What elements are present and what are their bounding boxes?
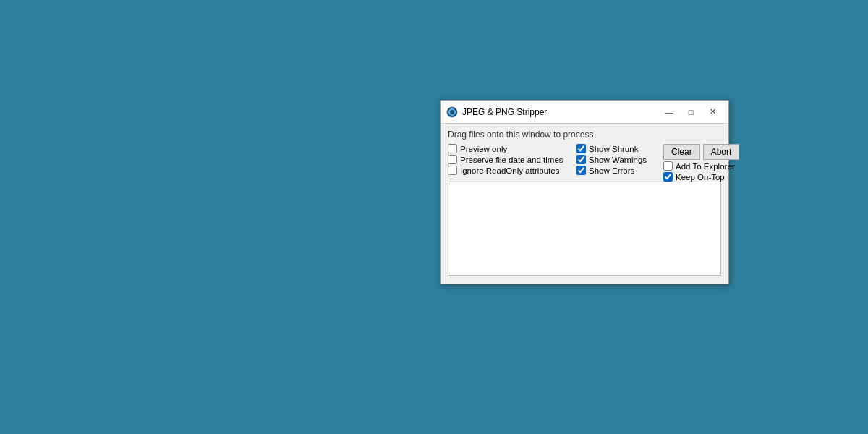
add-to-explorer-checkbox[interactable]: [663, 161, 673, 171]
app-icon: [446, 106, 458, 118]
window-controls: — □ ✕: [659, 105, 723, 119]
minimize-button[interactable]: —: [659, 105, 679, 119]
preserve-file-checkbox[interactable]: [448, 155, 457, 164]
drag-label: Drag files onto this window to process: [448, 129, 721, 140]
preview-only-label[interactable]: Preview only: [448, 144, 576, 153]
show-errors-checkbox[interactable]: [576, 166, 586, 175]
keep-on-top-checkbox[interactable]: [663, 172, 673, 182]
show-errors-label[interactable]: Show Errors: [576, 166, 663, 175]
title-left: JPEG & PNG Stripper: [446, 106, 547, 118]
left-checkboxes: Preview only Preserve file date and time…: [448, 144, 576, 182]
controls-area: Preview only Preserve file date and time…: [448, 144, 721, 182]
ignore-readonly-checkbox[interactable]: [448, 166, 457, 175]
show-warnings-checkbox[interactable]: [576, 155, 586, 164]
clear-button[interactable]: Clear: [663, 144, 700, 160]
maximize-button[interactable]: □: [681, 105, 701, 119]
preserve-file-label[interactable]: Preserve file date and times: [448, 155, 576, 164]
mid-checkboxes: Show Shrunk Show Warnings Show Errors: [576, 144, 663, 182]
window-body: Drag files onto this window to process P…: [441, 124, 728, 284]
title-bar: JPEG & PNG Stripper — □ ✕: [441, 101, 728, 124]
right-controls: Clear Abort Add To Explorer Keep On-Top: [663, 144, 739, 182]
add-to-explorer-label[interactable]: Add To Explorer: [663, 161, 735, 171]
output-textarea[interactable]: [448, 182, 721, 276]
show-shrunk-checkbox[interactable]: [576, 144, 586, 153]
show-shrunk-label[interactable]: Show Shrunk: [576, 144, 663, 153]
show-warnings-label[interactable]: Show Warnings: [576, 155, 663, 164]
keep-on-top-label[interactable]: Keep On-Top: [663, 172, 725, 182]
close-button[interactable]: ✕: [702, 105, 723, 119]
abort-button[interactable]: Abort: [703, 144, 740, 160]
preview-only-checkbox[interactable]: [448, 144, 457, 153]
main-window: JPEG & PNG Stripper — □ ✕ Drag files ont…: [440, 100, 729, 284]
window-title: JPEG & PNG Stripper: [462, 107, 547, 117]
ignore-readonly-label[interactable]: Ignore ReadOnly attributes: [448, 166, 576, 175]
action-buttons-row: Clear Abort: [663, 144, 739, 160]
